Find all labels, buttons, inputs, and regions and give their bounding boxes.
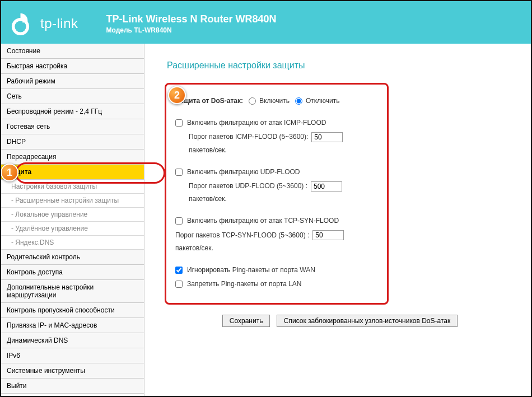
sidebar-item-access[interactable]: Контроль доступа	[1, 265, 144, 280]
udp-threshold-label: Порог пакетов UDP-FLOOD (5~3600) :	[189, 181, 307, 192]
settings-panel: Защита от DoS-атак: Включить Отключить В…	[165, 83, 389, 305]
save-button[interactable]: Сохранить	[222, 315, 270, 327]
content-area: Расширенные настройки защиты Защита от D…	[144, 44, 531, 396]
sidebar: Состояние Быстрая настройка Рабочий режи…	[1, 44, 144, 396]
udp-checkbox[interactable]	[175, 169, 183, 176]
dos-enable-label: Включить	[259, 96, 290, 106]
sidebar-item-routing[interactable]: Дополнительные настройки маршрутизации	[1, 280, 144, 303]
icmp-threshold-input[interactable]	[311, 132, 343, 142]
sidebar-item-ddns[interactable]: Динамический DNS	[1, 333, 144, 348]
sidebar-item-ipmac[interactable]: Привязка IP- и MAC-адресов	[1, 318, 144, 333]
header: tp-link TP-Link Wireless N Router WR840N…	[1, 1, 531, 44]
lan-ping-label: Запретить Ping-пакеты от порта LAN	[187, 279, 302, 289]
tplink-icon	[11, 11, 36, 36]
dos-enable-radio[interactable]	[249, 97, 256, 105]
wan-ping-checkbox[interactable]	[175, 267, 183, 274]
dos-row: Защита от DoS-атак: Включить Отключить	[175, 96, 378, 106]
header-title-block: TP-Link Wireless N Router WR840N Модель …	[106, 13, 277, 34]
tcp-threshold-label: Порог пакетов TCP-SYN-FLOOD (5~3600) :	[175, 230, 309, 241]
sidebar-sub-remote-mgmt[interactable]: - Удалённое управление	[1, 222, 144, 236]
dos-disable-radio[interactable]	[295, 97, 302, 105]
tcp-checkbox[interactable]	[175, 217, 183, 225]
sidebar-item-network[interactable]: Сеть	[1, 89, 144, 104]
sidebar-sub-yandex-dns[interactable]: - Яндекс.DNS	[1, 236, 144, 250]
icmp-cb-row: Включить фильтрацию от атак ICMP-FLOOD	[175, 118, 378, 128]
sidebar-item-security[interactable]: Защита	[1, 165, 144, 180]
product-title: TP-Link Wireless N Router WR840N	[106, 13, 277, 25]
app-frame: tp-link TP-Link Wireless N Router WR840N…	[0, 0, 532, 397]
sidebar-sub-basic-security[interactable]: Настройки базовой защиты	[1, 180, 144, 194]
icmp-checkbox[interactable]	[175, 119, 183, 127]
brand-logo: tp-link	[11, 11, 78, 36]
udp-cb-label: Включить фильтрацию UDP-FLOOD	[187, 167, 300, 178]
wan-ping-label: Игнорировать Ping-пакеты от порта WAN	[187, 265, 315, 275]
page-title: Расширенные настройки защиты	[167, 60, 515, 71]
annotation-callout-1: 1	[1, 164, 18, 181]
sidebar-item-bandwidth[interactable]: Контроль пропускной способности	[1, 303, 144, 318]
body: Состояние Быстрая настройка Рабочий режи…	[1, 44, 531, 396]
sidebar-item-forwarding[interactable]: Переадресация	[1, 150, 144, 165]
tcp-threshold-row: Порог пакетов TCP-SYN-FLOOD (5~3600) : п…	[175, 230, 378, 254]
sidebar-item-dhcp[interactable]: DHCP	[1, 134, 144, 150]
udp-threshold-input[interactable]	[311, 181, 342, 192]
sidebar-item-parental[interactable]: Родительский контроль	[1, 250, 144, 265]
dos-disable-label: Отключить	[306, 96, 340, 106]
sidebar-sub-advanced-security[interactable]: - Расширенные настройки защиты	[1, 194, 144, 208]
lan-ping-checkbox[interactable]	[175, 281, 183, 288]
tcp-unit: пакетов/сек.	[175, 243, 213, 254]
product-subtitle: Модель TL-WR840N	[106, 26, 277, 34]
sidebar-item-status[interactable]: Состояние	[1, 44, 144, 59]
annotation-callout-2: 2	[168, 86, 186, 104]
icmp-unit: пакетов/сек.	[189, 145, 227, 156]
sidebar-item-mode[interactable]: Рабочий режим	[1, 74, 144, 89]
sidebar-sub-local-mgmt[interactable]: - Локальное управление	[1, 208, 144, 222]
icmp-cb-label: Включить фильтрацию от атак ICMP-FLOOD	[187, 118, 326, 128]
udp-unit: пакетов/сек.	[189, 194, 227, 204]
icmp-threshold-row: Порог пакетов ICMP-FLOOD (5~3600): пакет…	[175, 132, 378, 155]
sidebar-item-system[interactable]: Системные инструменты	[1, 363, 144, 379]
sidebar-item-quicksetup[interactable]: Быстрая настройка	[1, 59, 144, 74]
wan-ping-row: Игнорировать Ping-пакеты от порта WAN	[175, 265, 378, 275]
icmp-threshold-label: Порог пакетов ICMP-FLOOD (5~3600):	[189, 132, 308, 142]
sidebar-item-ipv6[interactable]: IPv6	[1, 348, 144, 363]
sidebar-item-guest[interactable]: Гостевая сеть	[1, 119, 144, 134]
tcp-cb-row: Включить фильтрацию от атак TCP-SYN-FLOO…	[175, 216, 378, 226]
blocked-list-button[interactable]: Список заблокированных узлов-источников …	[277, 315, 458, 327]
lan-ping-row: Запретить Ping-пакеты от порта LAN	[175, 279, 378, 289]
udp-cb-row: Включить фильтрацию UDP-FLOOD	[175, 167, 378, 178]
button-row: Сохранить Список заблокированных узлов-и…	[165, 315, 515, 327]
brand-text: tp-link	[40, 16, 78, 31]
sidebar-item-wireless[interactable]: Беспроводной режим - 2,4 ГГц	[1, 104, 144, 119]
tcp-cb-label: Включить фильтрацию от атак TCP-SYN-FLOO…	[187, 216, 339, 226]
udp-threshold-row: Порог пакетов UDP-FLOOD (5~3600) : пакет…	[175, 181, 378, 204]
sidebar-item-logout[interactable]: Выйти	[1, 379, 144, 394]
tcp-threshold-input[interactable]	[312, 230, 344, 240]
